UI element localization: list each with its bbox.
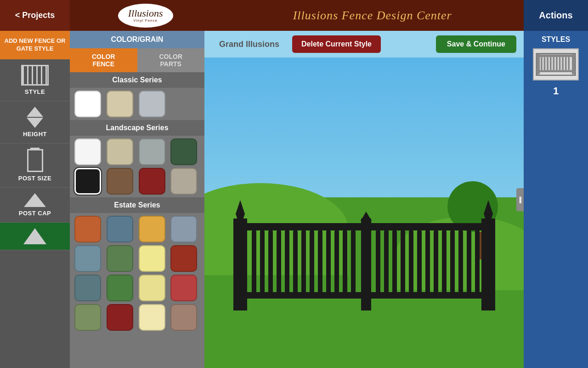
collapse-icon: ‖ xyxy=(519,196,522,203)
sidebar-item-style-label: STYLE xyxy=(25,88,45,95)
classic-swatch-tan[interactable] xyxy=(107,91,133,117)
landscape-swatch-tan[interactable] xyxy=(107,138,133,165)
svg-rect-13 xyxy=(301,230,306,298)
estate-swatch-8[interactable] xyxy=(170,245,197,272)
svg-rect-24 xyxy=(409,230,413,298)
svg-rect-20 xyxy=(376,230,380,298)
back-label: < Projects xyxy=(15,11,55,20)
svg-rect-43 xyxy=(553,57,554,70)
svg-rect-47 xyxy=(565,57,567,70)
estate-swatch-7[interactable] xyxy=(139,245,165,272)
estate-series-label: Estate Series xyxy=(70,197,204,213)
sidebar-item-style[interactable]: STYLE xyxy=(0,59,70,101)
styles-label: STYLES xyxy=(542,35,570,44)
svg-rect-7 xyxy=(252,230,256,298)
tab-color-parts[interactable]: COLORPARTS xyxy=(137,48,205,72)
estate-swatch-11[interactable] xyxy=(139,275,165,301)
sidebar-item-post-size[interactable]: POST SIZE xyxy=(0,144,70,188)
style-number: 1 xyxy=(553,85,559,97)
landscape-swatch-black[interactable] xyxy=(74,168,101,195)
sidebar-item-post-cap[interactable]: POST CAP xyxy=(0,188,70,223)
svg-rect-42 xyxy=(550,57,552,70)
style-thumbnail[interactable] xyxy=(533,48,579,80)
estate-swatch-12[interactable] xyxy=(170,275,197,301)
actions-label: Actions xyxy=(539,10,572,21)
style-thumbnail-svg xyxy=(534,49,578,80)
landscape-swatch-beige[interactable] xyxy=(170,168,197,195)
estate-swatch-13[interactable] xyxy=(74,304,101,331)
preview-area: Grand Illusions Delete Current Style Sav… xyxy=(204,31,524,368)
svg-rect-40 xyxy=(544,57,546,70)
sidebar-item-height[interactable]: HEIGHT xyxy=(0,101,70,144)
right-sidebar: STYLES 1 ‖ xyxy=(524,31,588,368)
logo-area: Illusions Vinyl Fence xyxy=(70,4,221,28)
classic-swatch-white[interactable] xyxy=(74,91,101,117)
svg-rect-46 xyxy=(562,57,564,70)
estate-swatch-16[interactable] xyxy=(170,304,197,331)
svg-rect-8 xyxy=(260,230,265,298)
arrow-up-icon xyxy=(27,107,43,117)
svg-rect-32 xyxy=(475,230,480,298)
style-icon xyxy=(21,65,49,86)
landscape-swatch-white[interactable] xyxy=(74,138,101,165)
estate-swatch-4[interactable] xyxy=(170,216,197,242)
svg-rect-37 xyxy=(537,53,540,74)
sidebar-item-post-size-label: POST SIZE xyxy=(18,175,51,182)
svg-rect-27 xyxy=(434,230,438,298)
svg-rect-10 xyxy=(277,230,281,298)
add-fence-button[interactable]: ADD NEW FENCE OR GATE STYLE xyxy=(0,31,70,59)
svg-rect-30 xyxy=(458,230,463,298)
svg-rect-19 xyxy=(351,230,356,298)
color-tabs: COLORFENCE COLORPARTS xyxy=(70,48,204,72)
save-continue-button[interactable]: Save & Continue xyxy=(436,35,516,53)
main-content: ADD NEW FENCE OR GATE STYLE STYLE HEIGHT… xyxy=(0,31,588,368)
classic-series-label: Classic Series xyxy=(70,72,204,88)
svg-rect-29 xyxy=(450,230,455,298)
brand-button[interactable]: Grand Illusions xyxy=(212,36,287,53)
svg-rect-48 xyxy=(568,57,570,70)
svg-rect-41 xyxy=(547,57,548,70)
landscape-series-grid xyxy=(70,136,204,197)
estate-swatch-2[interactable] xyxy=(107,216,133,242)
svg-rect-16 xyxy=(326,230,331,298)
app-header: < Projects Illusions Vinyl Fence Illusio… xyxy=(0,0,588,31)
delete-style-button[interactable]: Delete Current Style xyxy=(292,35,381,53)
svg-rect-21 xyxy=(384,230,389,298)
post-cap-icon xyxy=(24,193,46,207)
actions-button[interactable]: Actions xyxy=(524,0,588,31)
landscape-swatch-green[interactable] xyxy=(170,138,197,165)
estate-swatch-5[interactable] xyxy=(74,245,101,272)
back-button[interactable]: < Projects xyxy=(0,0,70,31)
color-grain-header: COLOR/GRAIN xyxy=(70,31,204,48)
svg-rect-17 xyxy=(334,230,339,298)
landscape-swatch-brown[interactable] xyxy=(107,168,133,195)
estate-swatch-1[interactable] xyxy=(74,216,101,242)
estate-swatch-6[interactable] xyxy=(107,245,133,272)
landscape-swatch-red[interactable] xyxy=(139,168,165,195)
landscape-swatch-gray[interactable] xyxy=(139,138,165,165)
estate-swatch-15[interactable] xyxy=(139,304,165,331)
logo-sub-text: Vinyl Fence xyxy=(133,19,158,23)
color-panel: COLOR/GRAIN COLORFENCE COLORPARTS Classi… xyxy=(70,31,204,368)
svg-rect-28 xyxy=(442,230,447,298)
svg-rect-45 xyxy=(559,57,561,70)
svg-rect-38 xyxy=(572,53,576,74)
svg-rect-31 xyxy=(467,230,471,298)
sidebar-item-fan[interactable] xyxy=(0,223,70,250)
svg-rect-22 xyxy=(392,230,397,298)
height-icon xyxy=(27,107,43,128)
tab-color-fence[interactable]: COLORFENCE xyxy=(70,48,137,72)
classic-swatch-gray[interactable] xyxy=(139,91,165,117)
estate-swatch-9[interactable] xyxy=(74,275,101,301)
svg-rect-25 xyxy=(417,230,422,298)
svg-rect-23 xyxy=(401,230,405,298)
svg-rect-39 xyxy=(541,57,543,70)
svg-rect-18 xyxy=(343,230,347,298)
svg-rect-26 xyxy=(425,230,430,298)
svg-rect-36 xyxy=(537,70,576,72)
estate-swatch-10[interactable] xyxy=(107,275,133,301)
estate-swatch-3[interactable] xyxy=(139,216,165,242)
estate-swatch-14[interactable] xyxy=(107,304,133,331)
svg-rect-35 xyxy=(537,54,576,57)
collapse-handle[interactable]: ‖ xyxy=(516,188,524,211)
